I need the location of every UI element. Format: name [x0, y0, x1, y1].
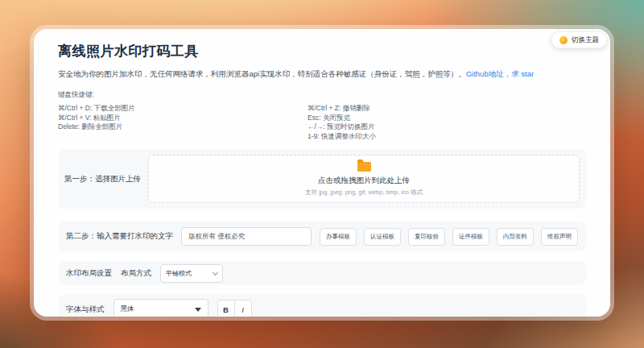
main-card: 离线照片水印打码工具 安全地为你的图片加水印，无任何网络请求，利用浏览器api实…: [34, 29, 610, 317]
bold-button[interactable]: B: [217, 300, 235, 317]
step1-label: 第一步：选择图片上传: [64, 174, 145, 184]
shortcuts-list: ⌘/Ctrl + D: 下载全部图片 ⌘/Ctrl + V: 粘贴图片 Dele…: [58, 104, 586, 141]
template-button-neibu[interactable]: 内部资料: [497, 228, 534, 246]
description-text: 安全地为你的图片加水印，无任何网络请求，利用浏览器api实现水印，特别适合各种敏…: [58, 69, 466, 78]
font-family-value: 黑体: [121, 304, 134, 314]
shortcuts-left-column: ⌘/Ctrl + D: 下载全部图片 ⌘/Ctrl + V: 粘贴图片 Dele…: [58, 104, 308, 141]
caret-down-icon: [195, 308, 201, 312]
template-button-zhengjian[interactable]: 证件模板: [452, 228, 489, 246]
github-link[interactable]: Github地址，求 star: [466, 69, 534, 78]
text-style-buttons: B I: [217, 300, 252, 317]
font-style-label: 字体与样式: [66, 304, 105, 315]
layout-settings-label: 水印布局设置: [66, 268, 112, 279]
italic-button[interactable]: I: [234, 300, 252, 317]
layout-mode-value: 平铺模式: [166, 269, 192, 278]
shortcut-item: ←/→: 预览时切换图片: [308, 122, 586, 132]
template-buttons: 办事模板 认证模板 复印核验 证件模板 内部资料 维权声明: [320, 228, 578, 246]
theme-toggle-button[interactable]: 切换主题: [551, 31, 607, 48]
shortcut-item: Esc: 关闭预览: [308, 114, 586, 123]
shortcut-item: 1-9: 快速调整水印大小: [308, 132, 586, 142]
shortcut-item: Delete: 删除全部图片: [58, 122, 308, 132]
theme-toggle-label: 切换主题: [572, 35, 599, 45]
sun-icon: [559, 36, 568, 44]
folder-icon: [357, 162, 371, 172]
shortcuts-heading: 键盘快捷键:: [58, 90, 586, 100]
template-button-weiquan[interactable]: 维权声明: [541, 228, 578, 246]
shortcuts-right-column: ⌘/Ctrl + Z: 撤销删除 Esc: 关闭预览 ←/→: 预览时切换图片 …: [308, 104, 586, 141]
shortcut-item: ⌘/Ctrl + D: 下载全部图片: [58, 104, 308, 114]
watermark-text-input[interactable]: [181, 227, 312, 246]
step1-section: 第一步：选择图片上传 点击或拖拽图片到此处上传 支持 jpg, jpeg, pn…: [58, 149, 586, 209]
template-button-renzheng[interactable]: 认证模板: [364, 228, 401, 246]
step2-label: 第二步：输入需要打水印的文字: [66, 231, 173, 242]
upload-format-hint: 支持 jpg, jpeg, png, gif, webp, bmp, ico 格…: [305, 188, 423, 197]
template-button-fuyin[interactable]: 复印核验: [408, 228, 445, 246]
font-style-section: 字体与样式 黑体 B I: [58, 294, 586, 317]
upload-dropzone[interactable]: 点击或拖拽图片到此处上传 支持 jpg, jpeg, png, gif, web…: [148, 155, 580, 203]
page-description: 安全地为你的图片加水印，无任何网络请求，利用浏览器api实现水印，特别适合各种敏…: [58, 69, 586, 80]
layout-settings-section: 水印布局设置 布局方式 平铺模式: [58, 261, 586, 285]
page-title: 离线照片水印打码工具: [58, 42, 586, 60]
chevron-down-icon: [213, 269, 218, 275]
layout-mode-label: 布局方式: [121, 268, 151, 279]
shortcut-item: ⌘/Ctrl + V: 粘贴图片: [58, 114, 308, 123]
template-button-banshi[interactable]: 办事模板: [320, 228, 357, 246]
font-family-select[interactable]: 黑体: [114, 299, 208, 317]
upload-text: 点击或拖拽图片到此处上传: [318, 176, 410, 186]
shortcut-item: ⌘/Ctrl + Z: 撤销删除: [308, 104, 586, 114]
step2-section: 第二步：输入需要打水印的文字 办事模板 认证模板 复印核验 证件模板 内部资料 …: [58, 222, 586, 251]
layout-mode-select[interactable]: 平铺模式: [160, 264, 223, 283]
